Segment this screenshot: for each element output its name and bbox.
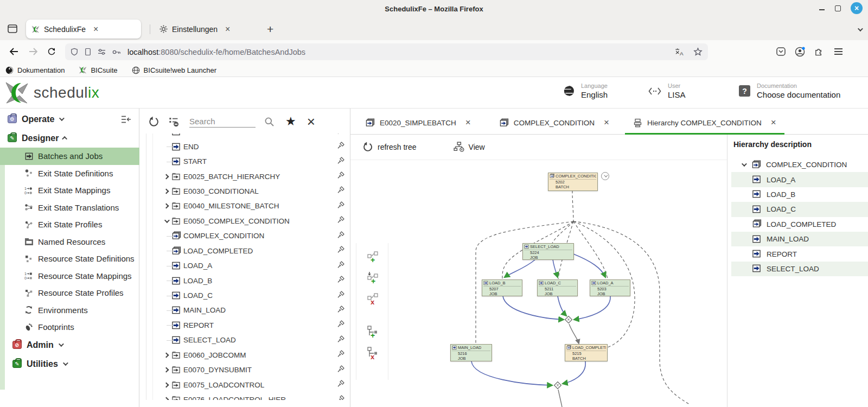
- pin-icon[interactable]: [336, 231, 346, 241]
- sidebar-section-designer[interactable]: ✎ Designer: [0, 129, 139, 148]
- tree-item[interactable]: SELECT_LOAD: [139, 333, 350, 347]
- diagram-node-load-c[interactable]: LOAD_C 5211 JOB: [537, 279, 578, 296]
- maximize-button[interactable]: [835, 5, 841, 11]
- menu-hamburger-icon[interactable]: [831, 44, 845, 59]
- sidebar-section-admin[interactable]: ⊘ Admin: [0, 335, 139, 354]
- bookmark-bicsuite-web-launcher[interactable]: BICsuite!web Launcher: [132, 66, 216, 74]
- add-child-icon[interactable]: +: [367, 326, 380, 339]
- expander-chevron-right-icon[interactable]: [161, 175, 171, 179]
- sidebar-item-exit-state-profiles[interactable]: Exit State Profiles: [0, 216, 139, 233]
- list-all-tabs-icon[interactable]: [858, 24, 861, 34]
- tree-item[interactable]: LOAD_A: [139, 258, 350, 273]
- tree-item[interactable]: REPORT: [139, 318, 350, 333]
- extensions-puzzle-icon[interactable]: [812, 44, 826, 59]
- pin-icon[interactable]: [336, 379, 346, 390]
- pin-icon[interactable]: [336, 245, 346, 256]
- sidebar-item-resource-state-mappings[interactable]: 10 Resource State Mappings: [0, 268, 139, 285]
- pin-icon[interactable]: [336, 305, 346, 316]
- forward-icon[interactable]: [26, 44, 40, 59]
- pocket-icon[interactable]: [774, 44, 788, 59]
- clear-search-icon[interactable]: ×: [307, 115, 315, 129]
- pin-icon[interactable]: [336, 365, 346, 376]
- pin-icon[interactable]: [336, 320, 346, 330]
- pin-icon[interactable]: [336, 133, 346, 137]
- minimize-button[interactable]: [819, 5, 825, 11]
- diagram-node-load-b[interactable]: LOAD_B 5207 JOB: [482, 279, 522, 296]
- sidebar-item-resource-state-profiles[interactable]: Resource State Profiles: [0, 284, 139, 302]
- tree-item[interactable]: LOAD_B: [139, 273, 350, 288]
- hierarchy-root-row[interactable]: COMPLEX_CONDITION: [731, 157, 868, 172]
- expander-chevron-down-icon[interactable]: [161, 219, 171, 223]
- sidebar-item-footprints[interactable]: Footprints: [0, 319, 139, 336]
- bookmark-star-icon[interactable]: [693, 47, 703, 56]
- sidebar-item-batches-and-jobs[interactable]: Batches and Jobs: [0, 148, 139, 165]
- expander-chevron-right-icon[interactable]: [161, 353, 171, 357]
- user-selector[interactable]: User LISA: [648, 82, 686, 99]
- sidebar-item-exit-state-translations[interactable]: Exit State Translations: [0, 199, 139, 217]
- expander-chevron-right-icon[interactable]: [161, 398, 171, 400]
- hierarchy-row-select-load[interactable]: SELECT_LOAD: [731, 262, 868, 276]
- pin-icon[interactable]: [336, 275, 346, 286]
- hierarchy-row-load-a[interactable]: LOAD_A: [731, 172, 868, 187]
- url-bar[interactable]: localhost:8080/schedulix-fe/home/Batches…: [65, 43, 708, 60]
- sidebar-section-utilities[interactable]: ✎ Utilities: [0, 354, 139, 373]
- sidebar-item-exit-state-mappings[interactable]: 10 Exit State Mappings: [0, 182, 139, 199]
- pin-icon[interactable]: [336, 171, 346, 182]
- hierarchy-diagram[interactable]: + + x + x COMPLEX_CONDITION 5202: [350, 135, 727, 407]
- tree-item[interactable]: LOAD_C: [139, 288, 350, 303]
- search-icon[interactable]: [264, 117, 275, 127]
- tab-close-icon[interactable]: ×: [225, 25, 230, 34]
- sidebar-item-named-resources[interactable]: Named Resources: [0, 233, 139, 251]
- add-dependency-arrow-icon[interactable]: +: [367, 271, 380, 284]
- sidebar-item-resource-state-definitions[interactable]: Resource State Definitions: [0, 250, 139, 268]
- tree-item[interactable]: COMPLEX_CONDITION: [139, 228, 350, 243]
- account-icon[interactable]: [793, 44, 807, 59]
- tab-close-icon[interactable]: ×: [93, 25, 98, 34]
- remove-dependency-icon[interactable]: x: [367, 292, 380, 306]
- pin-icon[interactable]: [336, 215, 346, 226]
- shield-icon[interactable]: [71, 48, 78, 56]
- hierarchy-row-load-c[interactable]: LOAD_C: [731, 202, 868, 217]
- tree-item[interactable]: MAIN_LOAD: [139, 303, 350, 317]
- pin-icon[interactable]: [336, 335, 346, 346]
- tree-item-partial[interactable]: E0076_LOADCONTROL_HIER: [139, 392, 350, 400]
- expander-chevron-down-icon[interactable]: [739, 163, 747, 167]
- new-tab-button[interactable]: +: [267, 23, 273, 36]
- content-tab-complex-condition[interactable]: COMPLEX_CONDITION ×: [491, 111, 617, 134]
- reload-icon[interactable]: [44, 44, 59, 59]
- tree-item[interactable]: END: [139, 139, 350, 154]
- sidebar-item-environments[interactable]: Environments: [0, 302, 139, 319]
- diagram-node-complex-condition[interactable]: COMPLEX_CONDITION 5202 BATCH: [548, 173, 598, 191]
- expander-chevron-right-icon[interactable]: [161, 189, 171, 193]
- remove-child-icon[interactable]: x: [367, 347, 380, 360]
- sidebar-item-exit-state-definitions[interactable]: Exit State Definitions: [0, 165, 139, 182]
- language-selector[interactable]: Language English: [563, 82, 608, 99]
- expander-chevron-right-icon[interactable]: [161, 383, 171, 387]
- sidebar-section-operate[interactable]: ⚙ Operate: [0, 110, 139, 129]
- tree-item[interactable]: E0030_CONDITIONAL: [139, 184, 350, 199]
- key-icon[interactable]: [112, 49, 121, 55]
- collapse-sidebar-icon[interactable]: [121, 115, 132, 126]
- pin-icon[interactable]: [336, 290, 346, 301]
- page-info-icon[interactable]: [85, 48, 91, 56]
- back-icon[interactable]: [7, 44, 21, 59]
- close-button[interactable]: ×: [851, 2, 863, 14]
- expander-chevron-right-icon[interactable]: [161, 204, 171, 208]
- content-tab-hierarchy-complex-condition[interactable]: Hierarchy COMPLEX_CONDITION ×: [625, 111, 784, 134]
- tree-item-partial[interactable]: [139, 133, 350, 139]
- diagram-node-main-load[interactable]: MAIN_LOAD 5216 JOB: [450, 344, 492, 361]
- tree-item[interactable]: E0070_DYNSUBMIT: [139, 363, 350, 377]
- tree-item[interactable]: E0060_JOBCOMM: [139, 348, 350, 363]
- tree-item[interactable]: E0040_MILESTONE_BATCH: [139, 199, 350, 213]
- favorites-star-icon[interactable]: ★: [285, 116, 296, 128]
- tab-close-icon[interactable]: ×: [465, 117, 471, 128]
- tab-close-icon[interactable]: ×: [604, 117, 609, 128]
- bookmark-dokumentation[interactable]: Dokumentation: [5, 66, 65, 74]
- url-text[interactable]: localhost:8080/schedulix-fe/home/Batches…: [127, 48, 675, 56]
- translate-icon[interactable]: A: [675, 48, 685, 56]
- tab-close-icon[interactable]: ×: [771, 117, 776, 128]
- diagram-node-select-load[interactable]: SELECT_LOAD 5224 JOB: [522, 243, 574, 260]
- browser-tab-einstellungen[interactable]: Einstellungen ×: [154, 20, 257, 39]
- pin-icon[interactable]: [336, 395, 346, 400]
- refresh-icon[interactable]: [146, 116, 161, 128]
